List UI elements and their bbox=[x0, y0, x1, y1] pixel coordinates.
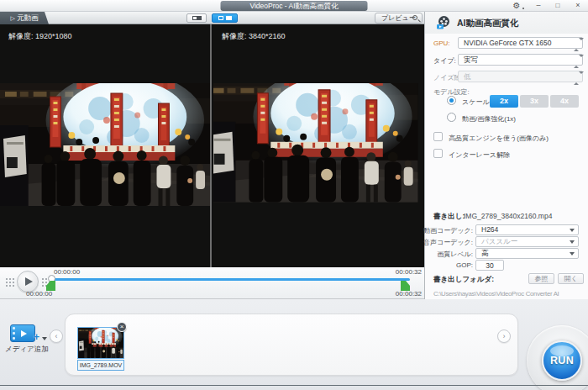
timeline-bar: 00:00:00 00:00:32 00:00:00 00:00:32 bbox=[0, 267, 424, 299]
remove-clip-icon[interactable]: × bbox=[117, 322, 127, 332]
media-tray: + メディア追加 ‹ × IMG_2789.MOV › RUN bbox=[0, 299, 588, 390]
hq-engine-checkbox[interactable] bbox=[433, 132, 443, 141]
split-view-icon bbox=[218, 16, 223, 20]
video-codec-label: 動画コーデック: bbox=[423, 226, 473, 235]
split-view-toggle[interactable] bbox=[212, 13, 238, 23]
trim-start-time: 00:00:00 bbox=[26, 290, 52, 298]
hq-engine-label: 高品質エンジンを使う(画像のみ) bbox=[449, 134, 549, 143]
film-reel-icon bbox=[437, 15, 451, 29]
title-bar[interactable]: VideoProc - AI動画高画質化 ⚙ – □ × bbox=[0, 0, 588, 12]
scale-radio[interactable] bbox=[447, 96, 456, 105]
spinner-arrows-icon[interactable] bbox=[574, 40, 580, 50]
gop-label: GOP: bbox=[456, 261, 473, 269]
spinner-arrows-icon[interactable] bbox=[574, 56, 580, 66]
caret-down-icon bbox=[570, 240, 575, 244]
gpu-value: NVIDIA GeForce GTX 1650 bbox=[464, 39, 551, 47]
clip-thumbnail[interactable] bbox=[77, 327, 124, 359]
minimize-button[interactable]: – bbox=[531, 0, 546, 12]
gpu-label: GPU: bbox=[433, 40, 450, 47]
gop-input[interactable] bbox=[475, 260, 504, 271]
scale-3x-button[interactable]: 3x bbox=[520, 95, 549, 108]
clip-name-label: IMG_2789.MOV bbox=[77, 360, 124, 371]
enhance-label: 動画/画像強化(1x) bbox=[462, 114, 516, 124]
caret-down-icon bbox=[570, 252, 575, 256]
run-button[interactable]: RUN bbox=[542, 340, 582, 381]
audio-codec-value: パススルー bbox=[481, 237, 517, 245]
scroll-left-button[interactable]: ‹ bbox=[50, 329, 63, 343]
play-outline-icon: ▷ bbox=[11, 15, 15, 21]
export-folder-path: C:\Users\hayas\Videos\VideoProc Converte… bbox=[433, 290, 559, 298]
current-time: 00:00:00 bbox=[54, 268, 80, 276]
drag-grip[interactable] bbox=[5, 277, 16, 288]
gpu-select[interactable]: NVIDIA GeForce GTX 1650 bbox=[458, 37, 583, 49]
deinterlace-checkbox[interactable] bbox=[433, 149, 443, 158]
seek-track[interactable] bbox=[53, 278, 410, 281]
video-codec-select[interactable]: H264 bbox=[475, 224, 579, 235]
panel-header: AI動画高画質化 bbox=[425, 12, 588, 34]
enhance-radio[interactable] bbox=[447, 113, 456, 122]
viewer-toolbar: ▷元動画 プレビュー bbox=[0, 12, 424, 24]
panel-title: AI動画高画質化 bbox=[457, 18, 519, 29]
deinterlace-label: インターレース解除 bbox=[449, 150, 510, 160]
close-button[interactable]: × bbox=[570, 0, 585, 12]
preview-label: プレビュー bbox=[381, 14, 416, 22]
export-filename: IMG_2789_3840x2160.mp4 bbox=[464, 212, 552, 220]
quality-level-select[interactable]: 高 bbox=[475, 248, 579, 259]
single-view-toggle[interactable] bbox=[186, 13, 207, 23]
audio-codec-label: 音声コーデック: bbox=[423, 238, 473, 247]
export-folder-label: 書き出しフォルダ: bbox=[433, 275, 494, 285]
ai-settings-panel: AI動画高画質化 GPU: NVIDIA GeForce GTX 1650 タイ… bbox=[424, 12, 588, 299]
enhanced-resolution-label: 解像度: 3840*2160 bbox=[222, 31, 286, 42]
window-bottom-strip bbox=[0, 386, 588, 390]
type-value: 実写 bbox=[464, 55, 478, 64]
quality-level-value: 高 bbox=[481, 249, 489, 257]
scale-label: スケール bbox=[462, 98, 490, 107]
type-label: タイプ: bbox=[433, 56, 456, 66]
scale-2x-button[interactable]: 2x bbox=[490, 95, 518, 108]
single-view-icon bbox=[192, 16, 202, 20]
scale-4x-button[interactable]: 4x bbox=[550, 95, 579, 108]
duration-time: 00:00:32 bbox=[396, 268, 422, 276]
quality-level-label: 画質レベル: bbox=[437, 250, 473, 259]
enhanced-video-frame bbox=[213, 83, 424, 206]
video-compare-area: 解像度: 1920*1080 解像度: 3840*2160 bbox=[0, 24, 424, 267]
maximize-button[interactable]: □ bbox=[550, 0, 565, 12]
plus-icon: + bbox=[34, 331, 39, 343]
play-icon bbox=[25, 277, 33, 286]
original-video-pane[interactable]: 解像度: 1920*1080 bbox=[0, 24, 212, 267]
magnifier-icon bbox=[412, 15, 417, 20]
add-media-label: メディア追加 bbox=[5, 345, 49, 355]
video-codec-value: H264 bbox=[481, 225, 498, 234]
original-video-frame bbox=[0, 83, 210, 206]
browse-button[interactable]: 参照 bbox=[528, 273, 554, 284]
spinner-arrows-icon bbox=[574, 73, 580, 83]
enhanced-video-pane[interactable]: 解像度: 3840*2160 bbox=[213, 24, 424, 267]
noise-level-value: 低 bbox=[464, 72, 471, 81]
app-window: VideoProc - AI動画高画質化 ⚙ – □ × ▷元動画 プレビュー … bbox=[0, 0, 588, 390]
audio-codec-select[interactable]: パススルー bbox=[475, 236, 579, 247]
open-button[interactable]: 開く bbox=[558, 273, 584, 284]
scroll-right-button[interactable]: › bbox=[497, 329, 511, 343]
preview-button[interactable]: プレビュー bbox=[375, 13, 423, 24]
gear-dropdown-dot bbox=[522, 8, 524, 9]
original-resolution-label: 解像度: 1920*1080 bbox=[8, 31, 72, 42]
tab-source-video[interactable]: ▷元動画 bbox=[0, 12, 49, 24]
trim-end-time: 00:00:32 bbox=[396, 290, 422, 298]
type-select[interactable]: 実写 bbox=[458, 54, 583, 66]
export-label: 書き出し: bbox=[433, 212, 465, 222]
media-list-container bbox=[65, 314, 518, 376]
settings-gear-icon[interactable]: ⚙ bbox=[509, 0, 524, 12]
caret-down-icon bbox=[42, 337, 47, 340]
caret-down-icon bbox=[570, 229, 575, 232]
add-media-icon bbox=[10, 324, 35, 342]
noise-level-select: 低 bbox=[458, 71, 583, 82]
window-title: VideoProc - AI動画高画質化 bbox=[221, 1, 368, 11]
source-tab-label: 元動画 bbox=[17, 13, 39, 22]
